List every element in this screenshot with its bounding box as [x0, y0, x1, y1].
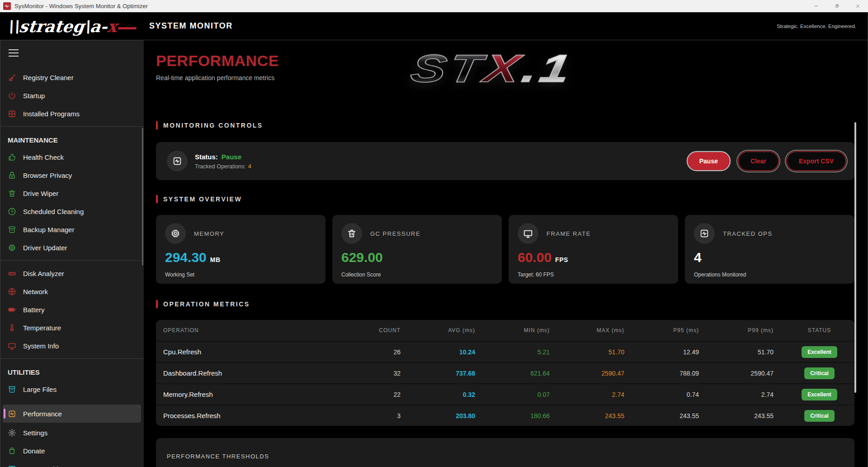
cell-count: 26 [344, 348, 419, 356]
cell-min: 180.66 [493, 412, 568, 419]
sidebar-item-donate[interactable]: Donate [0, 442, 144, 460]
cell-avg: 10.24 [419, 348, 493, 356]
table-row-dashboard-refresh[interactable]: Dashboard.Refresh32737.68621.642590.4778… [156, 362, 854, 383]
section-accent-bar [156, 121, 158, 129]
selected-accent-bar [4, 409, 5, 419]
clock-icon [8, 207, 16, 216]
status-pulse-icon [167, 151, 188, 172]
sidebar-item-label: Scheduled Cleaning [23, 208, 84, 215]
trash-icon [341, 223, 362, 244]
sidebar-item-system-info[interactable]: System Info [0, 337, 144, 355]
cell-p99: 243.55 [717, 412, 792, 419]
sidebar-scrollbar[interactable] [142, 128, 143, 266]
tracked-line: Tracked Operations:4 [195, 163, 251, 170]
menu-toggle-icon[interactable] [9, 49, 19, 57]
sidebar-item-driver-updater[interactable]: Driver Updater [0, 238, 144, 257]
broom-icon [8, 73, 16, 82]
archive-icon [8, 225, 16, 234]
overview-card-label: MEMORY [194, 230, 224, 237]
bag-icon [8, 447, 16, 455]
sidebar: Registry CleanerStartupInstalled Program… [0, 40, 144, 467]
sidebar-item-large-files[interactable]: Large Files [0, 380, 144, 398]
sidebar-item-browser-privacy[interactable]: Browser Privacy [0, 166, 144, 184]
main-scrollbar[interactable] [854, 122, 856, 393]
cell-operation: Memory.Refresh [163, 391, 344, 398]
table-row-memory-refresh[interactable]: Memory.Refresh220.320.072.740.742.74Exce… [156, 383, 854, 405]
clear-button[interactable]: Clear [738, 151, 779, 171]
cell-max: 2.74 [568, 391, 642, 398]
maximize-button[interactable] [826, 0, 847, 12]
brand-logo-x: x [106, 17, 118, 36]
column-header-count: COUNT [344, 327, 419, 334]
section-accent-bar [156, 195, 158, 203]
sidebar-item-registry-cleaner[interactable]: Registry Cleaner [0, 68, 144, 86]
tracked-value: 4 [248, 163, 251, 170]
cell-p99: 2.74 [717, 391, 792, 398]
power-icon [8, 91, 16, 100]
sidebar-item-scheduled-cleaning[interactable]: Scheduled Cleaning [0, 202, 144, 220]
sidebar-divider [0, 126, 144, 127]
status-line: Status:Pause [195, 153, 251, 161]
table-header-row: OPERATIONCOUNTAVG (ms)MIN (ms)MAX (ms)P9… [156, 320, 854, 341]
monitoring-buttons: PauseClearExport CSV [687, 151, 846, 171]
pause-button[interactable]: Pause [687, 151, 731, 171]
overview-card-tracked-ops: TRACKED OPS4Operations Monitored [685, 215, 854, 284]
cell-status: Critical [792, 410, 847, 422]
status-badge: Excellent [802, 389, 837, 400]
sidebar-section-label: MAINTENANCE [0, 130, 144, 148]
overview-card-gc-pressure: GC PRESSURE629.00Collection Score [332, 215, 502, 284]
cell-count: 3 [344, 412, 419, 419]
sidebar-item-label: Network [23, 288, 48, 295]
overview-card-value: 629.00 [341, 250, 493, 265]
sidebar-item-performance[interactable]: Performance [3, 405, 141, 423]
overview-cards: MEMORY294.30MBWorking SetGC PRESSURE629.… [156, 215, 854, 284]
sidebar-item-installed-programs[interactable]: Installed Programs [0, 105, 144, 123]
cell-p95: 0.74 [642, 391, 717, 398]
sidebar-item-label: Donate [23, 447, 45, 455]
sidebar-item-user-s-guide[interactable]: User's Guide [0, 460, 144, 467]
column-header-status: STATUS [792, 327, 847, 334]
overview-card-head: MEMORY [165, 223, 316, 244]
minimize-button[interactable] [806, 0, 826, 12]
sidebar-item-battery[interactable]: Battery [0, 300, 144, 319]
sidebar-item-disk-analyzer[interactable]: Disk Analyzer [0, 264, 144, 282]
thresholds-label: PERFORMANCE THRESHOLDS [167, 453, 269, 460]
cell-count: 22 [344, 391, 419, 398]
export-csv-button[interactable]: Export CSV [786, 151, 846, 171]
overview-card-unit: MB [210, 256, 221, 263]
sidebar-item-backup-manager[interactable]: Backup Manager [0, 220, 144, 238]
cell-min: 0.07 [493, 391, 568, 398]
cell-avg: 203.80 [419, 412, 493, 419]
sidebar-item-label: Health Check [23, 153, 64, 161]
sidebar-item-label: Installed Programs [23, 110, 80, 118]
overview-card-value: 294.30MB [165, 250, 316, 265]
sidebar-item-label: System Info [23, 342, 59, 350]
monitor-icon [8, 342, 16, 350]
section-system-overview: SYSTEM OVERVIEW [156, 195, 868, 203]
sidebar-item-settings[interactable]: Settings [0, 424, 144, 442]
overview-card-sublabel: Collection Score [341, 272, 381, 278]
sidebar-item-startup[interactable]: Startup [0, 86, 144, 105]
brand-logo-text: \\strateg\a- [6, 17, 108, 36]
pulse-square-icon [8, 410, 16, 418]
thumbs-up-icon [8, 153, 16, 162]
performance-thresholds-card[interactable]: PERFORMANCE THRESHOLDS [156, 438, 854, 467]
sidebar-divider [0, 358, 144, 359]
table-row-cpu-refresh[interactable]: Cpu.Refresh2610.245.2151.7012.4951.70Exc… [156, 341, 854, 362]
sidebar-item-label: Temperature [23, 324, 61, 332]
section-accent-bar [156, 300, 158, 308]
product-title: SYSTEM MONITOR [149, 21, 233, 31]
sidebar-item-temperature[interactable]: Temperature [0, 319, 144, 337]
column-header-p99-ms: P99 (ms) [717, 327, 792, 334]
cell-min: 5.21 [493, 348, 568, 356]
archive-icon [8, 385, 16, 394]
sidebar-item-drive-wiper[interactable]: Drive Wiper [0, 184, 144, 202]
table-row-processes-refresh[interactable]: Processes.Refresh3203.80180.66243.55243.… [156, 405, 854, 426]
thermometer-icon [8, 324, 16, 332]
sidebar-item-network[interactable]: Network [0, 282, 144, 300]
cell-p95: 788.09 [642, 370, 717, 377]
window-title: SysMonitor - Windows System Monitor & Op… [14, 3, 148, 10]
close-button[interactable] [847, 0, 868, 12]
sidebar-item-health-check[interactable]: Health Check [0, 148, 144, 166]
column-header-p95-ms: P95 (ms) [642, 327, 717, 334]
